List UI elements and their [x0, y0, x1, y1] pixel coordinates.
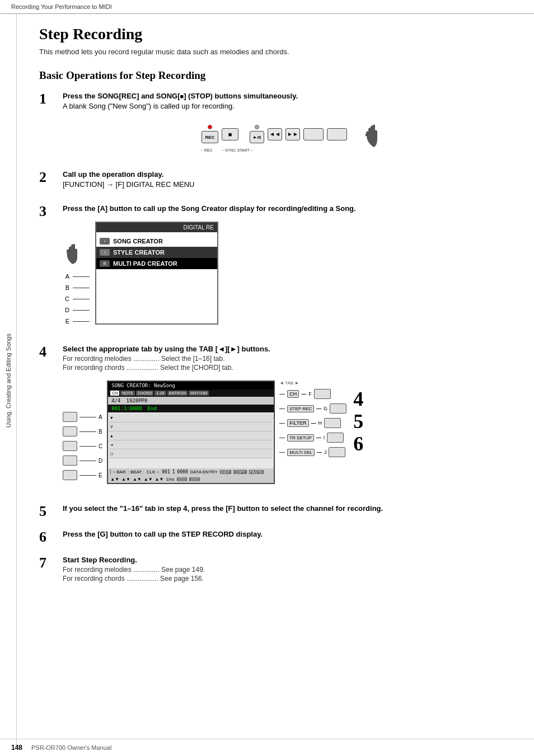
sc-tab-row: CH NOTE CHORD 1-16 ANTR/SN RHYTHM — [108, 389, 274, 397]
sc-tempo: 1928PP0 — [127, 398, 148, 403]
badge-6: 6 — [353, 434, 363, 454]
style-creator-row: ♫ STYLE CREATOR — [96, 247, 217, 258]
sc-screen: SONG CREATOR: NewSong CH NOTE CHORD 1-16… — [107, 381, 275, 484]
step-number-6: 6 — [39, 530, 57, 544]
sc-row-1: ▼ — [109, 414, 273, 422]
step-2-instruction: Call up the operation display. — [63, 170, 512, 179]
sc-end: End — [147, 406, 156, 411]
section-heading: Basic Operations for Step Recording — [39, 69, 512, 82]
tab-rhythm: RHYTHM — [189, 391, 209, 396]
btn-C-line — [73, 299, 90, 299]
screen-title: DIGITAL RE — [96, 223, 217, 232]
sync-start-label: ←SYNC START→ — [221, 148, 254, 152]
tab-ch: CH — [110, 391, 119, 396]
sc-arr-btn2: ▒▒▒ — [189, 477, 200, 481]
hand-svg-2 — [65, 244, 83, 266]
sc-right-buttons: CH — F STEP REC — G — [279, 389, 346, 457]
song-creator-row: ♪ SONG CREATOR — [96, 236, 217, 247]
sc-btn-H — [324, 418, 341, 428]
sc-right-trsetup-line: — — [316, 435, 321, 440]
sc-right-H-label: H — [318, 420, 322, 426]
step-7: 7 Start Step Recording. For recording me… — [39, 556, 512, 584]
sc-bottom-clk: CLK→ — [147, 469, 160, 475]
step-6-content: Press the [G] button to call up the STEP… — [63, 530, 512, 540]
step-3-content: Press the [A] button to call up the Song… — [63, 204, 512, 334]
sc-line-B — [79, 431, 96, 432]
sc-right-area: ◄ TAB ► CH — F — [279, 381, 363, 457]
sc-line-E — [79, 475, 96, 476]
sc-label-D: D — [99, 458, 102, 464]
step-2: 2 Call up the operation display. [FUNCTI… — [39, 170, 512, 193]
step-1-content: Press the SONG[REC] and SONG[■] (STOP) b… — [63, 92, 512, 159]
badge-4: 4 — [353, 389, 363, 409]
sc-btn-row-A: A — [63, 412, 102, 422]
empty-btn-1-diagram — [303, 128, 324, 140]
play-pause-button-diagram: ►/II — [250, 125, 264, 143]
song-creator-diagram: A B C — [63, 381, 512, 484]
step-4-sub1: For recording melodies .............. Se… — [63, 355, 512, 363]
step-4-content: Select the appropriate tab by using the … — [63, 345, 512, 493]
panel-btn-A: A — [63, 273, 90, 280]
step-7-instruction: Start Step Recording. — [63, 556, 512, 564]
rec-led — [208, 125, 212, 129]
btn-A-line — [73, 276, 90, 277]
multi-pad-row: ⊞ MULTI PAD CREATOR — [96, 258, 217, 269]
step-6-instruction: Press the [G] button to call up the STEP… — [63, 530, 512, 538]
sc-right-tr-setup: TR SETUP — I — [279, 433, 346, 443]
sc-right-G-label: G — [324, 406, 327, 411]
sc-time-row: 4/4 1928PP0 — [108, 397, 274, 405]
sc-right-multisel-box: MULTI SEL — [287, 449, 315, 456]
btn-D-line — [73, 310, 90, 311]
step-6: 6 Press the [G] button to call up the ST… — [39, 530, 512, 544]
sc-btn-G — [330, 403, 346, 414]
sc-row-4: ◄ — [109, 440, 273, 449]
multi-pad-icon: ⊞ — [100, 260, 110, 267]
rec-btn-body: REC — [202, 131, 218, 143]
sc-arr1: ▲▼ — [110, 477, 119, 482]
rec-button-diagram: REC — [202, 125, 218, 143]
step-7-content: Start Step Recording. For recording melo… — [63, 556, 512, 584]
step-1-instruction: Press the SONG[REC] and SONG[■] (STOP) b… — [63, 92, 512, 100]
panel-left-buttons: A B C D — [63, 244, 90, 325]
tab-1-16: 1-16 — [154, 391, 166, 396]
sc-right-buttons-group: CH — F STEP REC — G — [279, 389, 363, 457]
song-creator-label: SONG CREATOR — [113, 238, 163, 245]
step-1-detail: A blank Song ("New Song") is called up f… — [63, 102, 512, 110]
step-7-sub1: For recording melodies .............. Se… — [63, 566, 512, 574]
step1-diagram: REC ■ ►/II — [63, 119, 512, 154]
step-1: 1 Press the SONG[REC] and SONG[■] (STOP)… — [39, 92, 512, 159]
sc-bottom-bar-label: ←BAR — [110, 469, 125, 475]
sc-right-filter-line: — — [311, 420, 316, 426]
multi-pad-label: MULTI PAD CREATOR — [113, 260, 177, 267]
step-number-2: 2 — [39, 170, 57, 185]
empty-btn-2-diagram — [327, 128, 347, 140]
manual-title: PSR-OR700 Owner's Manual — [31, 744, 111, 751]
step-number-1: 1 — [39, 92, 57, 106]
digital-rec-screen: DIGITAL RE ♪ SONG CREATOR ♫ STYLE CREATO… — [95, 222, 218, 325]
sc-label-C: C — [99, 443, 102, 449]
step-4-instruction: Select the appropriate tab by using the … — [63, 345, 512, 353]
header-bar: Recording Your Performance to MIDI — [0, 0, 534, 14]
sc-right-trsetup-box: TR SETUP — [287, 434, 314, 442]
sc-right-F-label: F — [308, 391, 312, 397]
sc-btn-row-D: D — [63, 456, 102, 466]
step-2-detail: [FUNCTION] → [F] DIGITAL REC MENU — [63, 180, 512, 189]
sc-arr5: ▲▼ — [155, 477, 164, 482]
sc-right-step-rec: STEP REC — G — [279, 403, 346, 414]
badge-5: 5 — [353, 411, 363, 431]
page-title: Step Recording — [39, 25, 512, 43]
sc-1ms: 1ms — [166, 477, 174, 482]
panel-btn-D: D — [63, 307, 90, 313]
sc-label-B: B — [99, 429, 102, 435]
sc-left-buttons: A B C — [63, 412, 102, 480]
sc-line-A — [79, 417, 96, 417]
sc-right-steprec-box: STEP REC — [287, 405, 314, 412]
sc-btn-E — [63, 470, 77, 480]
sc-right-multi-sel: MULTI SEL — J — [279, 447, 346, 457]
sidebar: Using, Creating and Editing Songs — [0, 14, 17, 747]
step-5-content: If you select the "1–16" tab in step 4, … — [63, 504, 512, 514]
step-number-5: 5 — [39, 504, 57, 519]
rec-label: ←REC — [200, 148, 213, 152]
sc-right-steprec-line: — — [316, 406, 321, 411]
sc-btn-F — [314, 389, 331, 399]
